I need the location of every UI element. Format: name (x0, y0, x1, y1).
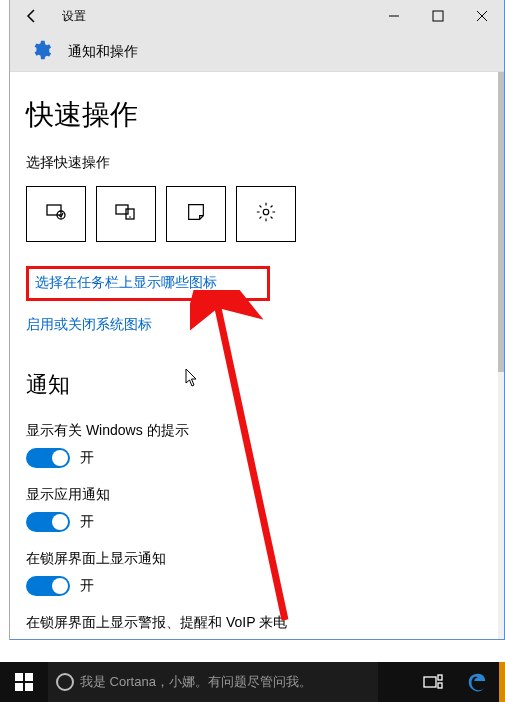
toggle-state: 开 (80, 513, 94, 531)
svg-point-7 (263, 209, 269, 215)
system-icons-link[interactable]: 启用或关闭系统图标 (26, 316, 152, 334)
page-title: 通知和操作 (68, 43, 138, 61)
search-box[interactable]: 我是 Cortana，小娜。有问题尽管问我。 (48, 662, 378, 702)
toggle-state: 开 (80, 449, 94, 467)
setting-app-notifications: 显示应用通知 开 (26, 486, 482, 532)
svg-rect-11 (15, 683, 23, 691)
svg-rect-2 (47, 205, 61, 215)
taskbar-icons-link[interactable]: 选择在任务栏上显示哪些图标 (35, 274, 217, 292)
toggle-state: 开 (80, 577, 94, 595)
taskbar: 我是 Cortana，小娜。有问题尽管问我。 (0, 662, 505, 702)
setting-windows-tips: 显示有关 Windows 的提示 开 (26, 422, 482, 468)
quick-actions-heading: 快速操作 (26, 96, 482, 134)
svg-rect-1 (433, 11, 443, 21)
titlebar: 设置 (10, 0, 504, 32)
setting-label: 显示有关 Windows 的提示 (26, 422, 482, 440)
toggle-switch[interactable] (26, 512, 70, 532)
task-view-button[interactable] (411, 662, 455, 702)
edge-button[interactable] (455, 662, 499, 702)
svg-rect-12 (25, 683, 33, 691)
svg-point-6 (129, 216, 131, 218)
page-header: 通知和操作 (10, 32, 504, 72)
highlighted-link-box: 选择在任务栏上显示哪些图标 (26, 266, 270, 301)
settings-gear-icon (255, 201, 277, 227)
taskbar-cutoff (499, 662, 505, 702)
quick-action-tile-4[interactable] (236, 186, 296, 242)
svg-rect-13 (424, 677, 436, 687)
toggle-switch[interactable] (26, 448, 70, 468)
note-icon (185, 201, 207, 227)
setting-label: 在锁屏界面上显示通知 (26, 550, 482, 568)
tablet-mode-icon (44, 200, 68, 228)
svg-rect-14 (438, 675, 442, 680)
quick-action-tile-3[interactable] (166, 186, 226, 242)
search-placeholder: 我是 Cortana，小娜。有问题尽管问我。 (80, 673, 312, 691)
close-button[interactable] (460, 0, 504, 32)
start-button[interactable] (0, 662, 48, 702)
content-area: 快速操作 选择快速操作 (10, 72, 498, 639)
gear-icon (30, 39, 52, 65)
scrollbar-thumb[interactable] (498, 72, 504, 372)
cortana-icon (56, 673, 74, 691)
setting-label: 显示应用通知 (26, 486, 482, 504)
choose-quick-actions-label: 选择快速操作 (26, 154, 482, 172)
window-title: 设置 (54, 8, 372, 25)
connect-icon (114, 200, 138, 228)
back-button[interactable] (10, 0, 54, 32)
setting-lockscreen-notifications: 在锁屏界面上显示通知 开 (26, 550, 482, 596)
setting-cutoff-label: 在锁屏界面上显示警报、提醒和 VoIP 来电 (26, 614, 482, 632)
quick-action-tile-2[interactable] (96, 186, 156, 242)
svg-rect-9 (15, 673, 23, 681)
svg-rect-15 (438, 683, 442, 688)
cursor-icon (185, 368, 201, 388)
quick-actions-row (26, 186, 482, 242)
maximize-button[interactable] (416, 0, 460, 32)
svg-rect-10 (25, 673, 33, 681)
scrollbar[interactable] (498, 72, 504, 639)
notifications-heading: 通知 (26, 370, 482, 400)
settings-window: 设置 通知和操作 快速操作 选择快速操作 (10, 0, 505, 640)
toggle-switch[interactable] (26, 576, 70, 596)
quick-action-tile-1[interactable] (26, 186, 86, 242)
minimize-button[interactable] (372, 0, 416, 32)
